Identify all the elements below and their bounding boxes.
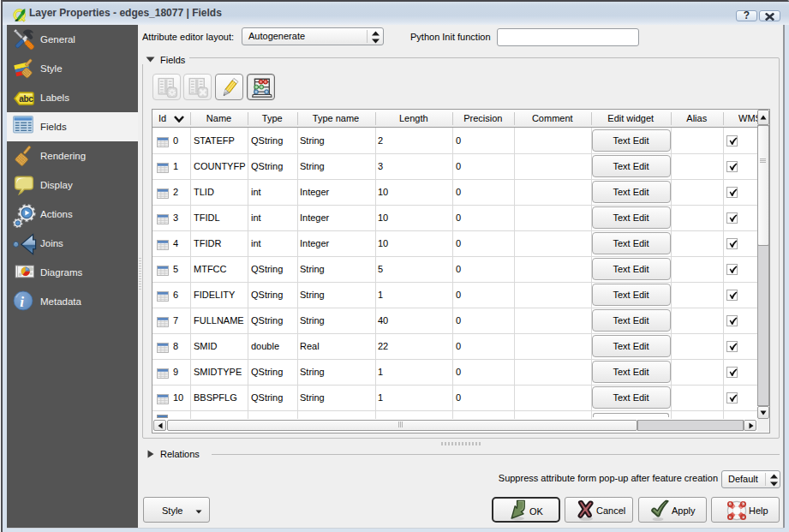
svg-text:abc: abc (19, 94, 33, 104)
svg-text:i: i (20, 294, 24, 310)
